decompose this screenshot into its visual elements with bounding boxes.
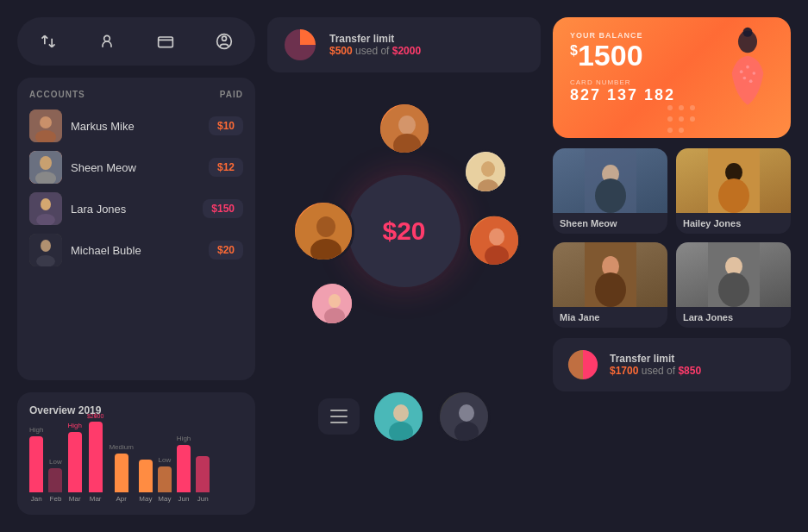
bar-apr: Medium Apr — [109, 443, 133, 503]
account-row: Lara Jones $150 — [29, 192, 243, 225]
bubble-bottom-left[interactable] — [310, 281, 354, 326]
bar-month: May — [158, 495, 171, 503]
svg-point-51 — [667, 128, 673, 133]
transfer-limit-label: Transfer limit — [329, 33, 421, 45]
svg-point-49 — [679, 116, 684, 122]
transfer-bottom-text: used of — [642, 365, 679, 377]
bar-may-2: Low May — [158, 456, 172, 503]
svg-point-52 — [679, 128, 684, 133]
bar-feb-low: Low Feb — [48, 458, 62, 503]
transfer-limit-top: Transfer limit $500 used of $2000 — [267, 17, 541, 72]
avatar-lara — [29, 192, 62, 225]
transfer-info-top: Transfer limit $500 used of $2000 — [329, 33, 421, 57]
nav-transfer-icon[interactable] — [33, 26, 64, 57]
account-amount-lara: $150 — [203, 199, 243, 218]
account-amount-markus: $10 — [209, 116, 243, 135]
person-img-lara — [676, 242, 791, 307]
bar-label: High — [177, 435, 191, 442]
svg-point-36 — [459, 404, 474, 422]
bar-month: Apr — [116, 495, 126, 503]
bar — [68, 432, 82, 492]
svg-point-45 — [667, 105, 673, 110]
menu-line — [330, 410, 348, 411]
svg-point-46 — [679, 105, 684, 110]
svg-point-43 — [743, 77, 747, 80]
card-avatar-decoration — [713, 26, 782, 121]
svg-point-3 — [222, 36, 227, 41]
svg-point-41 — [746, 66, 749, 69]
account-name-markus: Markus Mike — [71, 120, 200, 133]
balance-card: YOUR BALANCE $1500 CARD NUMBER 827 137 1… — [553, 17, 791, 138]
bar — [48, 468, 62, 492]
svg-point-37 — [454, 422, 479, 442]
person-card-sheen: Sheen Meow — [553, 148, 667, 234]
bar-label: Medium — [109, 443, 133, 451]
account-row: Sheen Meow $12 — [29, 151, 243, 184]
bar-mar-1: High Mar — [67, 422, 81, 503]
transfer-bottom-label: Transfer limit — [610, 353, 701, 365]
person-card-name-lara: Lara Jones — [676, 307, 791, 328]
svg-point-25 — [310, 239, 341, 262]
avatar-michael — [29, 234, 62, 266]
person-img-sheen — [553, 148, 667, 213]
transfer-info-bottom: Transfer limit $1700 used of $850 — [610, 353, 701, 377]
bottom-controls — [318, 390, 491, 443]
menu-line — [330, 422, 348, 423]
person-card-lara: Lara Jones — [676, 242, 791, 328]
svg-point-55 — [595, 178, 626, 213]
chart-section: Overview 2019 High Jan Low Feb High — [17, 392, 255, 515]
bar-mar-2: $2000 ↓ Mar — [87, 413, 103, 503]
bar-label: Low — [158, 456, 171, 464]
svg-point-8 — [40, 156, 52, 170]
center-panel: Transfer limit $500 used of $2000 $20 — [267, 17, 541, 515]
person-card-mia: Mia Jane — [553, 242, 667, 328]
nav-wallet-icon[interactable] — [150, 26, 181, 57]
bubble-bottom-dark[interactable] — [437, 390, 491, 443]
svg-point-14 — [41, 240, 51, 252]
svg-point-47 — [690, 105, 695, 110]
bar-month: Jun — [197, 495, 209, 503]
transfer-used-text: used of — [355, 45, 389, 57]
bar — [196, 456, 210, 492]
svg-point-24 — [316, 216, 335, 237]
bubble-left[interactable] — [292, 200, 354, 262]
transfer-limit-bottom: Transfer limit $1700 used of $850 — [553, 338, 791, 391]
nav-user-icon[interactable] — [91, 26, 122, 57]
bubble-top[interactable] — [378, 102, 431, 155]
bar-label: High — [29, 426, 43, 434]
paid-label: PAID — [220, 90, 243, 99]
svg-point-21 — [481, 161, 495, 177]
bar-month: Jun — [179, 495, 190, 503]
account-name-michael: Michael Buble — [71, 244, 200, 257]
svg-point-42 — [753, 72, 756, 75]
pie-chart-bottom — [567, 348, 599, 381]
bubble-network: $20 — [284, 84, 525, 378]
svg-point-48 — [667, 116, 673, 122]
svg-point-5 — [40, 116, 52, 128]
left-panel: ACCOUNTS PAID Markus Mike $10 Sheen Meow… — [17, 17, 267, 515]
accounts-label: ACCOUNTS — [29, 90, 85, 99]
svg-point-30 — [329, 294, 341, 308]
bar-label: High — [67, 422, 81, 429]
bar — [115, 454, 128, 492]
menu-bar[interactable] — [318, 398, 360, 435]
bar — [177, 445, 191, 492]
bar-label: Low — [49, 458, 62, 466]
chart-bars: High Jan Low Feb High Mar $2000 — [29, 425, 243, 503]
transfer-bottom-total: $850 — [678, 365, 701, 377]
center-amount: $20 — [382, 216, 425, 246]
bar — [29, 436, 43, 492]
bubble-right[interactable] — [467, 214, 521, 267]
account-amount-sheen: $12 — [209, 158, 243, 177]
person-card-name-mia: Mia Jane — [553, 307, 667, 328]
svg-point-33 — [393, 404, 409, 422]
bar-month: Mar — [69, 495, 81, 503]
bar — [89, 422, 103, 492]
nav-bar — [17, 17, 255, 66]
chart-title: Overview 2019 — [29, 404, 243, 416]
bubble-top-right[interactable] — [463, 149, 508, 194]
svg-point-39 — [743, 28, 753, 37]
nav-profile-icon[interactable] — [209, 26, 240, 57]
bubble-bottom-teal[interactable] — [372, 390, 425, 443]
svg-point-50 — [690, 116, 695, 122]
